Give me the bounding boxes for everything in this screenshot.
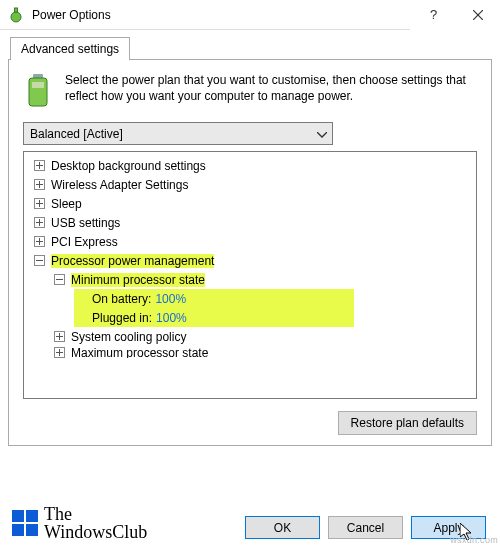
expand-icon[interactable] — [54, 347, 65, 358]
battery-icon — [23, 72, 55, 110]
titlebar: Power Options ? — [0, 0, 500, 30]
collapse-icon[interactable] — [54, 274, 65, 285]
brand-text: The WindowsClub — [44, 505, 147, 541]
svg-rect-5 — [33, 74, 43, 78]
power-plan-dropdown[interactable]: Balanced [Active] — [23, 122, 333, 145]
expand-icon[interactable] — [34, 160, 45, 171]
on-battery-value: 100% — [155, 292, 186, 306]
intro-row: Select the power plan that you want to c… — [23, 72, 477, 110]
tree-item[interactable]: Sleep — [26, 194, 474, 213]
svg-rect-1 — [15, 8, 18, 12]
tab-panel: Select the power plan that you want to c… — [8, 59, 492, 446]
expand-icon[interactable] — [34, 198, 45, 209]
windows-logo-icon — [12, 510, 38, 536]
brand: The WindowsClub — [12, 505, 147, 541]
window-title: Power Options — [32, 8, 410, 22]
svg-text:?: ? — [430, 8, 437, 22]
tree-item[interactable]: Desktop background settings — [26, 156, 474, 175]
plugged-in-value: 100% — [156, 311, 187, 325]
watermark: wsxdn.com — [450, 535, 498, 545]
intro-text: Select the power plan that you want to c… — [65, 72, 477, 110]
tab-strip: Advanced settings — [0, 30, 500, 59]
svg-rect-26 — [12, 524, 24, 536]
expand-icon[interactable] — [34, 179, 45, 190]
tree-item-min-processor-state[interactable]: Minimum processor state — [26, 270, 474, 289]
tree-item-processor-power[interactable]: Processor power management — [26, 251, 474, 270]
close-button[interactable] — [455, 0, 500, 30]
setting-plugged-in[interactable]: Plugged in:100% — [74, 308, 354, 327]
chevron-down-icon — [312, 127, 332, 141]
svg-rect-7 — [32, 82, 44, 88]
tree-item[interactable]: USB settings — [26, 213, 474, 232]
collapse-icon[interactable] — [34, 255, 45, 266]
expand-icon[interactable] — [34, 236, 45, 247]
expand-icon[interactable] — [54, 331, 65, 342]
tree-item[interactable]: Wireless Adapter Settings — [26, 175, 474, 194]
svg-rect-24 — [12, 510, 24, 522]
setting-on-battery[interactable]: On battery:100% — [74, 289, 354, 308]
dropdown-selected: Balanced [Active] — [24, 127, 312, 141]
cancel-button[interactable]: Cancel — [328, 516, 403, 539]
svg-point-0 — [11, 12, 21, 22]
tree-item[interactable]: Maximum processor state — [26, 346, 474, 358]
tab-advanced-settings[interactable]: Advanced settings — [10, 37, 130, 60]
help-button[interactable]: ? — [410, 0, 455, 30]
expand-icon[interactable] — [34, 217, 45, 228]
power-options-icon — [8, 7, 24, 23]
svg-rect-25 — [26, 510, 38, 522]
tree-item[interactable]: PCI Express — [26, 232, 474, 251]
ok-button[interactable]: OK — [245, 516, 320, 539]
settings-tree[interactable]: Desktop background settings Wireless Ada… — [23, 151, 477, 399]
tree-item[interactable]: System cooling policy — [26, 327, 474, 346]
svg-rect-27 — [26, 524, 38, 536]
restore-defaults-button[interactable]: Restore plan defaults — [338, 411, 477, 435]
